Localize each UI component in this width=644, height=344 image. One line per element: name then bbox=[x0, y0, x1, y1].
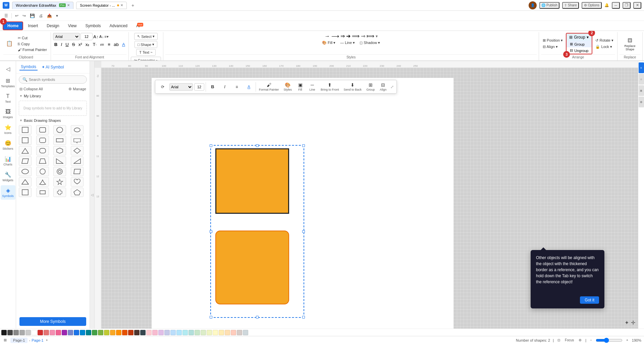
shape-square[interactable] bbox=[19, 125, 32, 135]
float-expand-btn[interactable]: ⤢ bbox=[390, 85, 394, 89]
color-swatch[interactable] bbox=[1, 330, 7, 335]
shape-acute-triangle[interactable] bbox=[19, 146, 32, 155]
sidebar-item-text[interactable]: T Text bbox=[1, 91, 15, 105]
handle-tr[interactable] bbox=[302, 144, 305, 147]
color-swatch[interactable] bbox=[80, 330, 85, 335]
shape-banner[interactable] bbox=[71, 136, 84, 145]
color-swatch[interactable] bbox=[32, 330, 37, 335]
color-swatch[interactable] bbox=[19, 330, 25, 335]
shape-parallelogram[interactable] bbox=[19, 156, 32, 166]
my-library-section[interactable]: ▼ My Library bbox=[16, 93, 90, 99]
format-painter-ribbon[interactable]: 🖌 Format Painter bbox=[16, 47, 49, 52]
float-send-back-btn[interactable]: ⬇ Send to Back bbox=[342, 81, 364, 92]
tab-close-2[interactable]: ✕ bbox=[120, 3, 123, 7]
font-size-decrease[interactable]: A↓ bbox=[99, 35, 104, 39]
shape-right-triangle[interactable] bbox=[53, 156, 66, 166]
shape-cross[interactable] bbox=[53, 188, 66, 197]
subscript-button[interactable]: x₂ bbox=[84, 41, 91, 48]
color-swatch[interactable] bbox=[134, 330, 140, 335]
shape-oval[interactable] bbox=[71, 125, 84, 135]
shape-hexagon[interactable] bbox=[53, 146, 66, 155]
float-styles-btn[interactable]: 🎨 Styles bbox=[282, 81, 294, 92]
color-swatch[interactable] bbox=[74, 330, 79, 335]
search-input[interactable] bbox=[29, 78, 83, 82]
user-avatar[interactable]: 👤 bbox=[529, 1, 537, 9]
right-btn-2[interactable]: ☆ bbox=[639, 74, 644, 85]
align-ribbon-button[interactable]: ⊟ Align ▾ bbox=[541, 44, 565, 50]
color-swatch[interactable] bbox=[182, 330, 188, 335]
undo-button[interactable]: ↩ bbox=[13, 12, 20, 19]
color-swatch[interactable] bbox=[201, 330, 206, 335]
shape-horiz-rect[interactable] bbox=[53, 136, 66, 145]
color-swatch[interactable] bbox=[207, 330, 212, 335]
color-swatch[interactable] bbox=[146, 330, 152, 335]
more-quick-btn[interactable]: ▾ bbox=[54, 12, 60, 19]
color-swatch[interactable] bbox=[110, 330, 115, 335]
notification-icon[interactable]: 🔔 bbox=[604, 3, 609, 7]
zoom-out-button[interactable]: − bbox=[589, 338, 593, 342]
options-button[interactable]: ⚙ Options bbox=[582, 2, 602, 9]
focus-button[interactable]: Focus bbox=[564, 338, 575, 342]
right-btn-3[interactable]: ⊞ bbox=[639, 85, 644, 96]
font-size-input[interactable] bbox=[80, 33, 93, 40]
color-swatch[interactable] bbox=[231, 330, 236, 335]
shape-star[interactable] bbox=[53, 177, 66, 187]
tab-screen-reg[interactable]: Screen Regulator - ... ✕ bbox=[76, 2, 127, 9]
shape-rounded-tri[interactable] bbox=[36, 177, 49, 187]
handle-mr[interactable] bbox=[302, 230, 305, 233]
shape-small-rect[interactable] bbox=[36, 188, 49, 197]
color-swatch[interactable] bbox=[68, 330, 73, 335]
lock-button[interactable]: 🔒 Lock ▾ bbox=[594, 44, 615, 50]
abc-button[interactable]: ab bbox=[112, 41, 120, 48]
color-swatch[interactable] bbox=[86, 330, 91, 335]
handle-bl[interactable] bbox=[210, 316, 212, 318]
color-swatch[interactable] bbox=[189, 330, 194, 335]
tab-design[interactable]: Design bbox=[43, 22, 63, 30]
color-swatch[interactable] bbox=[237, 330, 242, 335]
publish-button[interactable]: 🌐 Publish bbox=[539, 2, 559, 9]
restore-button[interactable]: ❐ bbox=[623, 2, 631, 9]
select-tool-button[interactable]: ↖ Select ▾ bbox=[134, 33, 158, 40]
text-style-button[interactable]: T· bbox=[91, 41, 98, 48]
handle-tl[interactable] bbox=[210, 144, 212, 147]
group-dropdown-header[interactable]: ⊞ Group ▾ bbox=[567, 34, 592, 41]
handle-bm[interactable] bbox=[256, 316, 259, 318]
font-size-increase[interactable]: A↑ bbox=[93, 34, 99, 39]
float-align-shapes-btn[interactable]: ⊟ Align bbox=[378, 81, 388, 92]
collapse-all-button[interactable]: ⊟ Collapse All bbox=[19, 87, 43, 91]
close-button[interactable]: ✕ bbox=[633, 2, 641, 9]
arrow-5[interactable]: ⟹ bbox=[352, 33, 360, 39]
float-fill-btn[interactable]: ▣ Fill bbox=[295, 81, 306, 92]
group-item-ungroup[interactable]: ⊟ Ungroup bbox=[567, 47, 592, 54]
color-swatch[interactable] bbox=[128, 330, 133, 335]
tab-symbols[interactable]: Symbols bbox=[82, 22, 105, 30]
float-group-btn[interactable]: ⊞ Group bbox=[365, 81, 376, 92]
shape-circle-2[interactable] bbox=[36, 167, 49, 176]
color-swatch[interactable] bbox=[219, 330, 224, 335]
canvas[interactable]: ⟳ Arial B I ≡ A 🖌 Format Painte bbox=[101, 68, 638, 329]
color-swatch[interactable] bbox=[104, 330, 109, 335]
color-swatch[interactable] bbox=[98, 330, 103, 335]
fit-page-button[interactable]: ⊡ bbox=[556, 338, 561, 342]
color-swatch[interactable] bbox=[50, 330, 55, 335]
fill-button[interactable]: 🎨 Fill ▾ bbox=[320, 40, 337, 46]
cut-button[interactable]: ✂ Cut bbox=[16, 35, 49, 41]
float-font-select[interactable]: Arial bbox=[169, 83, 193, 91]
color-swatch[interactable] bbox=[116, 330, 121, 335]
sidebar-item-stickers[interactable]: 😊 Stickers bbox=[1, 138, 15, 152]
tab-edrawmax[interactable]: Wondershare EdrawMax Pro ✕ bbox=[12, 2, 73, 9]
shape-parallelogram-2[interactable] bbox=[71, 167, 84, 176]
handle-tm[interactable] bbox=[256, 144, 259, 147]
group-item-group[interactable]: ⊞ Group bbox=[567, 41, 592, 47]
tab-home[interactable]: 1 Home bbox=[3, 21, 23, 30]
line-button[interactable]: — Line ▾ bbox=[338, 40, 357, 46]
shape-ellipse-2[interactable] bbox=[19, 167, 32, 176]
handle-ml[interactable] bbox=[210, 230, 212, 233]
strikethrough-button[interactable]: S bbox=[71, 41, 76, 48]
shape-square-2[interactable] bbox=[19, 136, 32, 145]
text-tool-button[interactable]: T Text ~ bbox=[136, 49, 155, 56]
shape-tri-up[interactable] bbox=[19, 177, 32, 187]
shape-square-3[interactable] bbox=[19, 188, 32, 197]
list-unordered-button[interactable]: ≡ bbox=[106, 41, 112, 48]
tab-close-1[interactable]: ✕ bbox=[67, 3, 70, 7]
